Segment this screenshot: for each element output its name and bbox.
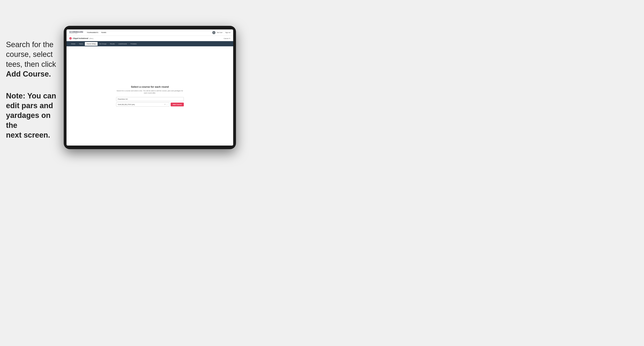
note-line4: next screen. [6, 131, 50, 139]
tablet-device: SCOREBOARD Powered by clippd TOURNAMENTS… [64, 26, 236, 149]
nav-links: TOURNAMENTS TEAMS [87, 32, 106, 33]
tee-select-row: Gold (M) (M) (7010 yds) ✕ ⌄ Add Course [116, 102, 184, 107]
tablet-screen: SCOREBOARD Powered by clippd TOURNAMENTS… [66, 29, 233, 146]
main-content: Select a course for each round Search fo… [66, 46, 233, 146]
brand-sub: Powered by clippd [69, 33, 83, 34]
select-course-description: Search for a course and select a tee. Yo… [116, 90, 184, 94]
select-course-title: Select a course for each round [116, 85, 184, 88]
top-navbar: SCOREBOARD Powered by clippd TOURNAMENTS… [66, 29, 233, 36]
tab-leaderboards[interactable]: Leaderboards [116, 42, 129, 46]
nav-tournaments[interactable]: TOURNAMENTS [87, 32, 98, 33]
tournament-gender: (Men) [89, 38, 94, 39]
tab-printables[interactable]: Printables [129, 42, 138, 46]
annotation-bold: Add Course. [6, 70, 51, 78]
tab-course-setup[interactable]: Course Setup [85, 42, 98, 46]
tee-value: Gold (M) (M) (7010 yds) [118, 104, 135, 105]
nav-right: T Test User | Sign out [212, 31, 230, 34]
tournament-icon: C [69, 37, 72, 40]
tournament-title: C Clippd Invitational (Men) [69, 37, 94, 40]
clear-icon[interactable]: ✕ [164, 104, 166, 105]
sign-out-link[interactable]: Sign out [225, 32, 230, 33]
note-line1: Note: You can [6, 92, 56, 100]
add-course-button[interactable]: Add Course [171, 103, 184, 106]
annotation-block: Search for the course, select tees, then… [6, 40, 64, 140]
note-line2: edit pars and [6, 101, 53, 110]
cancel-button[interactable]: Cancel ✕ [224, 38, 230, 39]
separator: | [224, 32, 224, 33]
course-search-input[interactable] [116, 97, 184, 101]
tournament-header: C Clippd Invitational (Men) Cancel ✕ [66, 36, 233, 41]
tee-selector[interactable]: Gold (M) (M) (7010 yds) ✕ ⌄ [116, 102, 170, 107]
user-name: Test User [217, 32, 223, 33]
tab-details[interactable]: Details [69, 42, 77, 46]
tab-tee-groups[interactable]: Tee Groups [98, 42, 108, 46]
select-course-section: Select a course for each round Search fo… [116, 85, 184, 107]
tab-results[interactable]: Results [108, 42, 116, 46]
nav-teams[interactable]: TEAMS [101, 32, 106, 33]
brand-logo: SCOREBOARD Powered by clippd [69, 31, 83, 34]
annotation-line2: course, select [6, 50, 52, 58]
user-avatar: T [212, 31, 216, 34]
tournament-name: Clippd Invitational [73, 37, 88, 39]
chevron-icon[interactable]: ⌄ [166, 104, 168, 105]
annotation-line1: Search for the [6, 40, 54, 49]
annotation-line3: tees, then click [6, 60, 56, 68]
tee-select-controls: ✕ ⌄ [164, 104, 168, 105]
tab-navigation: Details Teams Course Setup Tee Groups Re… [66, 41, 233, 46]
tab-teams[interactable]: Teams [77, 42, 85, 46]
nav-left: SCOREBOARD Powered by clippd TOURNAMENTS… [69, 31, 106, 34]
note-line3: yardages on the [6, 111, 50, 129]
